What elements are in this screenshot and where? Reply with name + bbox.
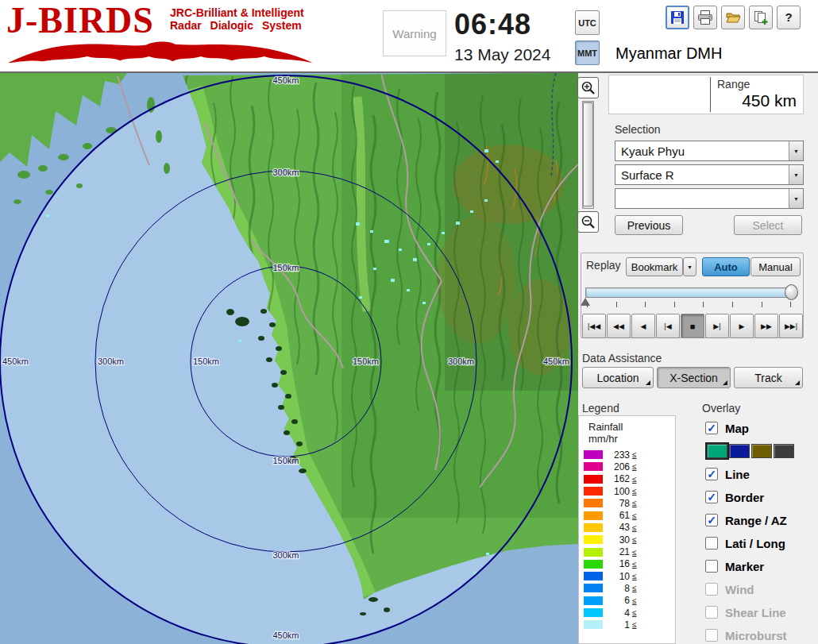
overlay-item-line[interactable]: ✓Line [705, 465, 818, 483]
checkbox-unchecked[interactable] [705, 629, 718, 642]
zoom-in-icon [581, 80, 596, 96]
checkbox-unchecked[interactable] [705, 560, 718, 573]
map-color-swatch[interactable] [729, 444, 750, 458]
select-button[interactable]: Select [734, 215, 802, 235]
chevron-down-icon[interactable]: ▼ [789, 189, 803, 208]
legend-row: 78≤ [584, 497, 673, 509]
legend-row: 6≤ [584, 595, 673, 607]
zoom-in-button[interactable] [577, 77, 599, 98]
legend-row: 10≤ [584, 570, 673, 582]
checkbox-unchecked[interactable] [705, 606, 718, 619]
product-selector-value: Surface R [615, 168, 789, 182]
legend-unit: mm/hr [588, 433, 618, 445]
overlay-item-map[interactable]: ✓Map [705, 419, 818, 437]
utc-button[interactable]: UTC [575, 10, 600, 35]
legend-lte-symbol: ≤ [632, 608, 637, 617]
menu-corner-triangle-icon [646, 380, 650, 385]
legend-value: 1 [606, 619, 630, 631]
checkbox-unchecked[interactable] [705, 537, 718, 550]
open-file-button[interactable] [721, 6, 745, 29]
legend-row: 30≤ [584, 534, 673, 546]
product-selector[interactable]: Surface R ▼ [615, 164, 804, 185]
overlay-item-label: Map [725, 422, 749, 435]
range-display: Range 450 km [608, 75, 804, 114]
legend-value: 21 [606, 546, 630, 557]
overlay-item-marker[interactable]: Marker [705, 557, 818, 575]
legend-lte-symbol: ≤ [632, 596, 637, 605]
export-icon [753, 10, 769, 25]
range-ring-label: 300km [448, 357, 474, 366]
x-section-label: X-Section [669, 372, 718, 384]
playback-button-8[interactable]: ▶▶| [779, 314, 803, 338]
replay-position-knob[interactable] [785, 284, 798, 300]
checkbox-checked[interactable]: ✓ [705, 468, 718, 480]
range-ring-label: 450km [272, 631, 299, 640]
radar-map[interactable]: 450km300km150km150km300km450km450km300km… [0, 73, 578, 644]
export-button[interactable] [749, 6, 773, 29]
site-selector-value: Kyauk Phyu [615, 145, 789, 158]
overlay-item-wind[interactable]: Wind [705, 580, 818, 598]
mmt-button[interactable]: MMT [575, 40, 600, 65]
zoom-slider[interactable] [582, 101, 594, 209]
overlay-item-shear-line[interactable]: Shear Line [705, 604, 818, 621]
legend-lte-symbol: ≤ [632, 620, 637, 629]
print-button[interactable] [693, 6, 717, 29]
location-button[interactable]: Location [582, 367, 654, 388]
checkbox-checked[interactable]: ✓ [705, 491, 718, 503]
auto-mode-button[interactable]: Auto [702, 257, 750, 276]
legend-color-swatch [584, 487, 603, 496]
replay-timeline-track[interactable] [585, 287, 790, 298]
legend-value: 16 [606, 558, 630, 569]
overlay-item-range-az[interactable]: ✓Range / AZ [705, 511, 818, 529]
playback-button-1[interactable]: ◀◀ [607, 314, 631, 338]
eagle-logo-icon [6, 38, 314, 67]
checkbox-checked[interactable]: ✓ [705, 422, 718, 434]
playback-button-4[interactable]: ■ [681, 314, 704, 338]
extra-selector[interactable]: ▼ [615, 188, 804, 209]
timeline-tick [674, 302, 675, 307]
x-section-button[interactable]: X-Section [657, 367, 731, 388]
checkbox-unchecked[interactable] [705, 583, 718, 596]
save-button[interactable] [666, 6, 689, 29]
legend-value: 4 [606, 607, 630, 619]
overlay-item-label: Lati / Long [725, 537, 785, 550]
map-color-swatch[interactable] [751, 444, 772, 458]
playback-button-6[interactable]: ▶ [730, 314, 754, 338]
playback-button-3[interactable]: |◀ [656, 314, 680, 338]
manual-mode-button[interactable]: Manual [750, 257, 801, 276]
playback-button-0[interactable]: |◀◀ [582, 314, 606, 338]
divider [710, 77, 711, 112]
legend-row: 16≤ [584, 558, 673, 570]
overlay-item-microburst[interactable]: Microburst [705, 627, 818, 644]
menu-corner-triangle-icon [723, 380, 727, 385]
legend-lte-symbol: ≤ [632, 450, 637, 459]
help-button[interactable]: ? [777, 6, 801, 29]
zoom-slider-thumb[interactable] [583, 102, 593, 206]
playback-controls: |◀◀◀◀◀|◀■▶|▶▶▶▶▶| [582, 314, 803, 338]
track-button[interactable]: Track [734, 367, 803, 388]
clock-date: 13 May 2024 [454, 45, 550, 64]
playback-button-2[interactable]: ◀ [631, 314, 655, 338]
chevron-down-icon[interactable]: ▼ [789, 165, 803, 184]
chevron-down-icon[interactable]: ▼ [789, 141, 803, 160]
map-color-swatch[interactable] [774, 444, 794, 458]
previous-button[interactable]: Previous [615, 215, 683, 235]
replay-ticks [587, 302, 792, 308]
playback-button-5[interactable]: ▶| [705, 314, 729, 338]
menu-corner-triangle-icon [795, 380, 800, 385]
overlay-item-border[interactable]: ✓Border [705, 488, 818, 506]
legend-color-swatch [584, 572, 603, 580]
range-ring-label: 150km [193, 357, 219, 366]
overlay-item-lati-long[interactable]: Lati / Long [705, 534, 818, 552]
legend-row: 43≤ [584, 522, 673, 534]
site-selector[interactable]: Kyauk Phyu ▼ [615, 141, 804, 161]
range-ring-label: 150km [353, 357, 379, 366]
timeline-tick [645, 302, 646, 307]
playback-button-7[interactable]: ▶▶ [754, 314, 778, 338]
bookmark-dropdown-button[interactable]: ▼ [683, 257, 696, 276]
bookmark-button[interactable]: Bookmark [626, 257, 683, 276]
zoom-out-button[interactable] [577, 211, 599, 233]
overlay-label: Overlay [702, 402, 740, 415]
checkbox-checked[interactable]: ✓ [705, 514, 718, 526]
map-color-swatch[interactable] [707, 444, 727, 458]
